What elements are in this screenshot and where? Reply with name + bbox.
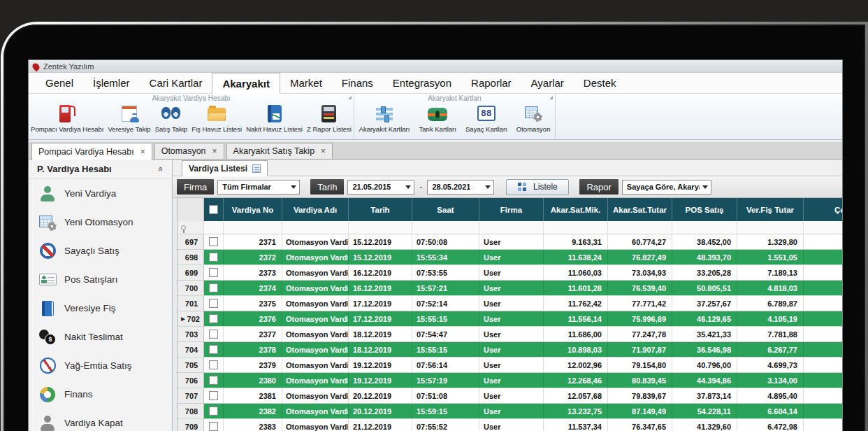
ribbon-button[interactable]: Veresiye Takip (106, 103, 153, 133)
row-checkbox[interactable] (209, 253, 218, 262)
table-row[interactable]: 700 2374 Otomasyon Vardiya 16.12.2019 15… (178, 281, 842, 296)
date-from-picker[interactable]: 21.05.2015 (347, 180, 414, 195)
cell-firma: User (479, 404, 544, 418)
row-checkbox[interactable] (209, 330, 218, 339)
ribbon-button[interactable]: Nakit Havuz Listesi (244, 103, 305, 133)
ribbon-button-label: Akaryakıt Kartları (359, 125, 410, 133)
menu-item[interactable]: Finans (332, 73, 383, 93)
row-checkbox[interactable] (209, 237, 218, 246)
column-header[interactable]: Firma (479, 198, 544, 221)
filter-cell[interactable] (282, 221, 349, 234)
menu-item[interactable]: Destek (574, 73, 626, 93)
sidebar-item[interactable]: Pos Satışları (29, 265, 172, 294)
listele-button[interactable]: Listele (506, 179, 569, 195)
menu-item[interactable]: Entegrasyon (383, 73, 461, 93)
row-checkbox[interactable] (209, 314, 218, 323)
document-tab[interactable]: Pompaci Vardiya Hesabı × (31, 143, 152, 160)
row-checkbox[interactable] (209, 422, 218, 431)
filter-pin-icon (181, 225, 186, 230)
column-header[interactable]: Ver.Fiş Tutar (737, 198, 804, 221)
column-header[interactable]: Saat (412, 198, 479, 221)
cell-ver-fis-tutar: 4.105,19 (737, 311, 804, 326)
row-checkbox[interactable] (209, 360, 218, 369)
row-checkbox[interactable] (209, 391, 218, 400)
row-checkbox[interactable] (209, 345, 218, 354)
menu-item[interactable]: Akaryakıt (212, 73, 280, 94)
menu-item[interactable]: Market (280, 73, 332, 93)
tab-vardiya-listesi[interactable]: Vardiya Listesi (182, 160, 268, 176)
close-icon[interactable]: × (212, 147, 217, 155)
filter-cell[interactable] (479, 221, 544, 234)
ribbon-button[interactable]: Fiş Havuz Listesi (189, 103, 244, 133)
menu-item[interactable]: Raporlar (461, 73, 521, 93)
cell-cek (804, 311, 842, 326)
document-tab[interactable]: Akaryakıt Satış Takip × (226, 143, 333, 159)
select-all-header[interactable] (204, 198, 224, 221)
row-checkbox[interactable] (209, 407, 218, 416)
menu-item[interactable]: Cari Kartlar (140, 73, 212, 93)
cell-vardiya-adi: Otomasyon Vardiya (282, 311, 349, 326)
table-row[interactable]: 708 2382 Otomasyon Vardiya 20.12.2019 15… (178, 404, 842, 419)
ribbon-button[interactable]: Z Rapor Listesi (305, 103, 354, 133)
table-row[interactable]: 698 2372 Otomasyon Vardiya 15.12.2019 15… (178, 250, 842, 265)
filter-cell[interactable] (608, 221, 672, 234)
table-row[interactable]: 709 2383 Otomasyon Vardiya 21.12.2019 07… (178, 419, 842, 431)
column-header[interactable]: Tarih (349, 198, 412, 221)
column-header[interactable]: Vardiya No (224, 198, 282, 221)
row-checkbox[interactable] (209, 299, 218, 308)
sidebar-item[interactable]: Sayaçlı Satış (29, 236, 172, 265)
table-row[interactable]: 704 2378 Otomasyon Vardiya 18.12.2019 15… (178, 342, 842, 358)
table-row[interactable]: 707 2381 Otomasyon Vardiya 20.12.2019 07… (178, 388, 842, 404)
document-tab[interactable]: Otomasyon × (154, 143, 224, 159)
column-header[interactable]: Çek (804, 198, 842, 221)
menu-item[interactable]: Genel (36, 73, 83, 93)
sidebar-item[interactable]: Yağ-Emtia Satış (29, 351, 172, 380)
select-all-checkbox[interactable] (209, 205, 218, 214)
ribbon-button[interactable]: Otomasyon (514, 103, 553, 133)
table-row[interactable]: 705 2379 Otomasyon Vardiya 19.12.2019 07… (178, 358, 842, 373)
sidebar-item[interactable]: Nakit Teslimat (29, 323, 172, 351)
firma-combobox[interactable]: Tüm Firmalar (217, 180, 300, 195)
table-row[interactable]: 701 2375 Otomasyon Vardiya 17.12.2019 07… (178, 296, 842, 311)
ribbon-button[interactable]: Satış Takip (153, 103, 189, 133)
menu-item[interactable]: Ayarlar (521, 73, 574, 93)
sidebar-item[interactable]: Veresiye Fiş (29, 294, 172, 323)
row-checkbox[interactable] (209, 376, 218, 385)
row-checkbox[interactable] (209, 268, 218, 277)
date-to-picker[interactable]: 28.05.2021 (427, 180, 494, 195)
group-expand-icon (348, 96, 352, 99)
table-row[interactable]: ▶ 702 2376 Otomasyon Vardiya 17.12.2019 … (178, 311, 842, 327)
filter-cell[interactable] (224, 221, 282, 234)
menu-item[interactable]: İşlemler (83, 73, 140, 93)
collapse-chevron-icon[interactable]: « (156, 167, 166, 171)
close-icon[interactable]: × (321, 147, 326, 155)
row-number: 701 (178, 296, 204, 311)
ribbon-button[interactable]: Tank Kartları (417, 103, 458, 133)
date-separator: - (419, 182, 422, 192)
sidebar-item[interactable]: Vardiya Kapat (29, 409, 172, 431)
table-row[interactable]: 699 2373 Otomasyon Vardiya 16.12.2019 07… (178, 265, 842, 281)
filter-cell[interactable] (544, 221, 608, 234)
rapor-combobox[interactable]: Sayaça Göre, Akaryak... (622, 180, 711, 195)
filter-cell[interactable] (412, 221, 479, 234)
cell-vardiya-adi: Otomasyon Vardiya (282, 419, 349, 431)
column-header[interactable]: Akar.Sat.Mik. (544, 198, 608, 221)
sidebar-item[interactable]: Yeni Vardiya (29, 179, 172, 208)
column-header[interactable]: Akar.Sat.Tutar (608, 198, 672, 221)
table-row[interactable]: 697 2371 Otomasyon Vardiya 15.12.2019 07… (178, 234, 842, 250)
ribbon-button[interactable]: Akaryakıt Kartları (357, 103, 412, 133)
table-row[interactable]: 703 2377 Otomasyon Vardiya 18.12.2019 07… (178, 327, 842, 342)
close-icon[interactable]: × (140, 148, 145, 156)
sidebar-item[interactable]: Yeni Otomasyon (29, 208, 172, 236)
ribbon-button[interactable]: Sayaç Kartları (463, 103, 509, 133)
table-row[interactable]: 706 2380 Otomasyon Vardiya 19.12.2019 15… (178, 373, 842, 388)
ribbon-button[interactable]: Pompacı Vardiya Hesabı (29, 103, 106, 133)
sidebar-item[interactable]: Finans (29, 380, 172, 409)
filter-cell[interactable] (349, 221, 412, 234)
column-header[interactable]: POS Satış (672, 198, 737, 221)
filter-cell[interactable] (672, 221, 737, 234)
column-header[interactable]: Vardiya Adı (282, 198, 349, 221)
filter-cell[interactable] (737, 221, 804, 234)
filter-cell[interactable] (804, 221, 842, 234)
row-checkbox[interactable] (209, 283, 218, 292)
